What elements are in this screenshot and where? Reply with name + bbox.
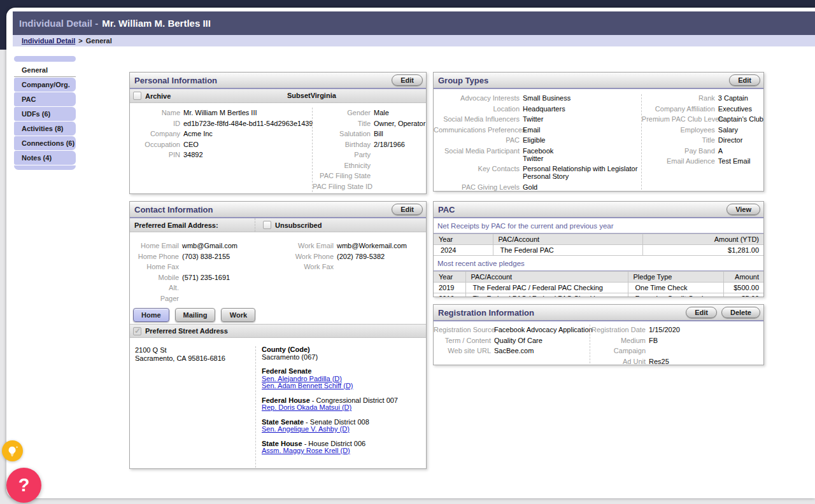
edit-button[interactable]: Edit	[392, 204, 423, 215]
breadcrumb-link[interactable]: Individual Detail	[22, 37, 75, 45]
field-value: 3 Captain	[718, 94, 748, 102]
sidebar-tail	[14, 165, 76, 170]
district-info: County (Code) Sacramento (067) Federal S…	[255, 346, 426, 468]
field-value: Facebook Advocacy Application	[494, 325, 593, 335]
sidebar-item-pac[interactable]: PAC	[14, 92, 76, 106]
net-receipts-link[interactable]: Net Receipts by PAC for the current and …	[437, 222, 614, 230]
view-button[interactable]: View	[726, 204, 760, 215]
field-label: Work Fax	[283, 262, 337, 272]
sidebar-item-activities[interactable]: Activities (8)	[14, 122, 76, 136]
group-types-right-column: Rank3 Captain Company AffiliationExecuti…	[641, 94, 763, 190]
edit-button[interactable]: Edit	[392, 74, 423, 86]
field-label: Birthday	[313, 139, 374, 150]
page-title-prefix: Individual Detail -	[19, 18, 98, 29]
field-label: Home Phone	[130, 251, 182, 262]
field-label: PIN	[130, 150, 183, 160]
field-value: 34892	[183, 150, 203, 160]
federal-house-block: Federal House - Congressional District 0…	[262, 397, 426, 412]
recent-pledges-link[interactable]: Most recent active pledges	[437, 260, 525, 267]
breadcrumb: Individual Detail > General	[13, 35, 815, 46]
field-value: Male	[374, 108, 389, 118]
field-value: wmb@Gmail.com	[182, 241, 237, 251]
field-value: Acme Inc	[183, 129, 213, 139]
street-address: 2100 Q St Sacramento, CA 95816-6816	[130, 346, 255, 468]
field-value: Twitter	[523, 115, 543, 123]
field-value: SacBee.com	[494, 346, 534, 356]
field-value: Test Email	[718, 157, 751, 165]
field-label: Social Media Participant	[434, 147, 523, 162]
sidebar-item-connections[interactable]: Connections (6)	[14, 136, 76, 150]
lightbulb-icon	[6, 444, 20, 458]
delete-button[interactable]: Delete	[721, 307, 760, 318]
sidebar-item-notes[interactable]: Notes (4)	[14, 151, 76, 165]
page-title: Individual Detail - Mr. William M. Bertl…	[13, 11, 815, 35]
preferred-street-checkbox[interactable]	[133, 327, 141, 335]
field-value: Small Business	[523, 94, 570, 102]
legislator-link[interactable]: Sen. Angelique V. Ashby (D)	[262, 426, 350, 433]
archive-checkbox[interactable]	[133, 92, 141, 100]
field-label: PAC Filing State	[313, 171, 374, 181]
field-value: (571) 235-1691	[182, 272, 230, 283]
panel-title: Registration Information	[438, 308, 686, 318]
field-label: Premium PAC Club Levels	[642, 115, 718, 123]
field-label: Company Affiliation	[642, 105, 718, 113]
field-label: Ethnicity	[313, 160, 374, 171]
sidebar-pill	[14, 56, 76, 62]
field-value: FB	[649, 335, 658, 346]
field-value: Executives	[718, 105, 752, 113]
sidebar-item-company-org[interactable]: Company/Org.	[14, 78, 76, 92]
legislator-link[interactable]: Rep. Doris Okada Matsui (D)	[262, 404, 351, 412]
field-value: Personal Relationship with LegislatorPer…	[523, 165, 637, 180]
address-tabs: Home Mailing Work	[133, 308, 426, 322]
field-label: Title	[313, 118, 374, 129]
edit-button[interactable]: Edit	[729, 74, 760, 86]
sidebar-item-general[interactable]: General	[14, 63, 76, 77]
table-row: 2024 The Federal PAC $1,281.00	[434, 245, 763, 256]
field-label: Occupation	[130, 139, 183, 150]
idea-button[interactable]	[2, 440, 23, 461]
field-value: 1/15/2020	[649, 325, 680, 335]
field-value: Director	[718, 136, 743, 144]
panel-title: PAC	[438, 205, 726, 214]
table-row: 2019 The Federal PAC / Federal PAC Check…	[434, 283, 763, 293]
field-label: Mobile	[130, 272, 182, 283]
field-value: Bill	[374, 129, 383, 139]
field-label: Work Phone	[283, 251, 337, 262]
field-label: Email Audience	[642, 157, 718, 165]
legislator-link[interactable]: Assm. Maggy Rose Krell (D)	[262, 447, 350, 455]
field-label: Web site URL	[434, 346, 494, 356]
registration-left-column: Registration SourceFacebook Advocacy App…	[434, 325, 590, 363]
help-button[interactable]: ?	[6, 468, 41, 503]
field-label: PAC Filing State ID	[313, 181, 374, 192]
panel-title: Group Types	[438, 76, 729, 85]
field-label: Social Media Influencers	[434, 115, 523, 123]
field-label: Communications Preferences	[434, 126, 523, 134]
field-label: Location	[434, 105, 523, 113]
field-value: ed1b723e-f8fd-484e-bd11-54d2963e1439	[183, 118, 313, 129]
group-types-panel: Group Types Edit Advocacy InterestsSmall…	[433, 72, 764, 192]
sidebar-item-udfs[interactable]: UDFs (6)	[14, 107, 76, 121]
tab-work[interactable]: Work	[221, 308, 255, 322]
pledges-table: Year PAC/Account Pledge Type Amount 2019…	[434, 271, 763, 297]
field-value: Email	[523, 126, 541, 134]
tab-home[interactable]: Home	[133, 308, 169, 322]
archive-label: Archive	[145, 92, 171, 100]
field-value: Quality Of Care	[494, 335, 542, 346]
tab-mailing[interactable]: Mailing	[175, 308, 216, 322]
panel-title: Personal Information	[134, 76, 392, 85]
subset-label: SubsetVirginia	[287, 92, 336, 99]
legislator-link[interactable]: Sen. Adam Bennett Schiff (D)	[262, 382, 353, 390]
edit-button[interactable]: Edit	[686, 307, 717, 318]
net-receipts-table: Year PAC/Account Amount (YTD) 2024 The F…	[434, 234, 763, 256]
field-label: Home Fax	[130, 262, 182, 272]
field-label: Term / Content	[434, 335, 494, 346]
breadcrumb-separator: >	[78, 37, 82, 45]
field-value: FacebookTwitter	[523, 147, 553, 162]
unsubscribed-checkbox[interactable]	[263, 221, 271, 229]
field-value: Mr. William M Bertles III	[183, 108, 257, 118]
preferred-street-label: Preferred Street Address	[145, 327, 228, 335]
field-label: Name	[130, 108, 183, 118]
table-header-row: Year PAC/Account Amount (YTD)	[434, 234, 763, 245]
field-label: Campaign	[590, 346, 649, 356]
field-label: Home Email	[130, 241, 182, 251]
